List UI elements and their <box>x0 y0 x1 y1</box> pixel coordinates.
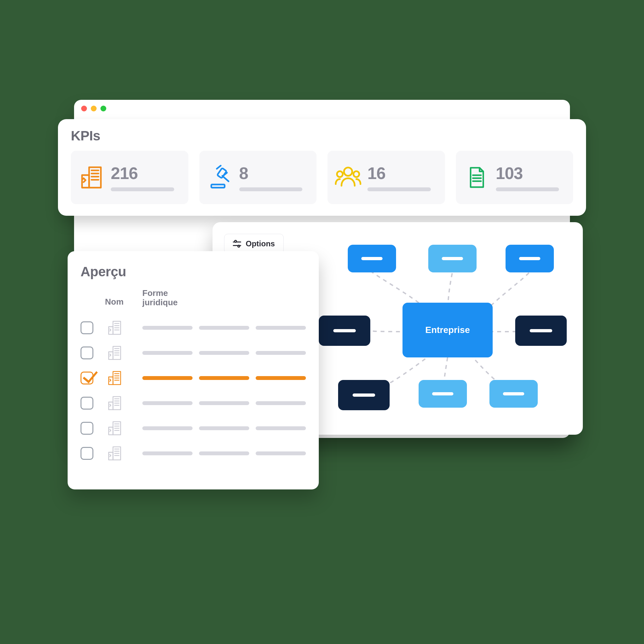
svg-point-12 <box>337 171 343 177</box>
sliders-icon <box>233 240 241 247</box>
building-icon <box>105 344 124 362</box>
placeholder-line <box>353 393 375 397</box>
placeholder-line <box>199 376 249 380</box>
table-head: Nom Forme juridique <box>81 289 306 307</box>
placeholder-line <box>142 376 193 380</box>
graph-node[interactable] <box>419 380 467 408</box>
table-row[interactable] <box>81 441 306 466</box>
checkbox[interactable] <box>81 321 93 334</box>
kpi-value: 16 <box>367 164 438 183</box>
maximize-icon[interactable] <box>100 106 106 111</box>
checkbox[interactable] <box>81 372 93 384</box>
svg-point-11 <box>344 167 352 176</box>
placeholder-line <box>239 187 303 191</box>
apercu-title: Aperçu <box>81 264 306 279</box>
kpi-value: 216 <box>111 164 181 183</box>
placeholder-line <box>496 187 559 191</box>
placeholder-line <box>256 451 306 455</box>
kpi-title: KPIs <box>71 128 573 144</box>
document-icon <box>463 164 490 191</box>
kpi-card-gavel[interactable]: 8 <box>199 151 317 204</box>
window-titlebar <box>74 100 570 117</box>
col-forme-juridique: Forme juridique <box>142 289 193 307</box>
placeholder-line <box>367 187 431 191</box>
svg-rect-6 <box>211 185 224 188</box>
graph-center-label: Entreprise <box>425 325 470 335</box>
graph-node[interactable] <box>506 245 554 272</box>
svg-point-13 <box>354 171 359 177</box>
kpi-panel: KPIs 216 <box>58 119 586 216</box>
placeholder-line <box>111 187 174 191</box>
svg-line-9 <box>217 166 221 169</box>
svg-rect-7 <box>217 168 226 178</box>
placeholder-line <box>142 401 193 405</box>
kpi-row: 216 8 <box>71 151 573 204</box>
kpi-value: 103 <box>496 164 566 183</box>
placeholder-line <box>519 257 540 260</box>
kpi-card-people[interactable]: 16 <box>327 151 445 204</box>
gavel-icon <box>206 164 233 191</box>
graph-node[interactable] <box>338 380 390 410</box>
checkbox[interactable] <box>81 346 93 359</box>
graph-area[interactable]: Entreprise <box>309 232 573 425</box>
close-icon[interactable] <box>81 106 87 111</box>
placeholder-line <box>142 426 193 430</box>
graph-node[interactable] <box>428 245 477 272</box>
placeholder-line <box>333 329 356 332</box>
checkbox[interactable] <box>81 397 93 410</box>
graph-center-node[interactable]: Entreprise <box>403 303 493 357</box>
placeholder-line <box>361 257 383 260</box>
people-icon <box>335 164 362 191</box>
placeholder-line <box>503 392 524 395</box>
graph-node[interactable] <box>515 316 567 346</box>
options-button[interactable]: Options <box>224 234 284 254</box>
placeholder-line <box>442 257 463 260</box>
placeholder-line <box>199 351 249 355</box>
options-label: Options <box>246 239 275 248</box>
placeholder-line <box>256 401 306 405</box>
table-row[interactable] <box>81 365 306 391</box>
placeholder-line <box>142 451 193 455</box>
placeholder-line <box>256 376 306 380</box>
kpi-value: 8 <box>239 164 310 183</box>
building-icon <box>105 369 124 387</box>
placeholder-line <box>256 326 306 330</box>
svg-line-8 <box>222 176 229 181</box>
placeholder-line <box>256 426 306 430</box>
table-row[interactable] <box>81 391 306 416</box>
table-row[interactable] <box>81 315 306 340</box>
graph-node[interactable] <box>319 316 370 346</box>
table-row[interactable] <box>81 340 306 365</box>
building-icon <box>105 420 124 437</box>
placeholder-line <box>199 401 249 405</box>
col-nom: Nom <box>105 297 136 307</box>
placeholder-line <box>256 351 306 355</box>
placeholder-line <box>199 451 249 455</box>
placeholder-line <box>142 351 193 355</box>
graph-node[interactable] <box>489 380 538 408</box>
building-icon <box>105 394 124 412</box>
table-row[interactable] <box>81 416 306 441</box>
kpi-card-building[interactable]: 216 <box>71 151 188 204</box>
apercu-card: Aperçu Nom Forme juridique <box>68 251 319 489</box>
placeholder-line <box>432 392 453 395</box>
graph-node[interactable] <box>348 245 396 272</box>
placeholder-line <box>199 426 249 430</box>
building-icon <box>105 319 124 336</box>
minimize-icon[interactable] <box>91 106 97 111</box>
kpi-card-document[interactable]: 103 <box>456 151 573 204</box>
placeholder-line <box>530 329 552 332</box>
checkbox[interactable] <box>81 447 93 460</box>
placeholder-line <box>142 326 193 330</box>
building-icon <box>105 445 124 462</box>
building-icon <box>78 164 105 191</box>
placeholder-line <box>199 326 249 330</box>
checkbox[interactable] <box>81 422 93 435</box>
svg-rect-5 <box>82 175 89 188</box>
